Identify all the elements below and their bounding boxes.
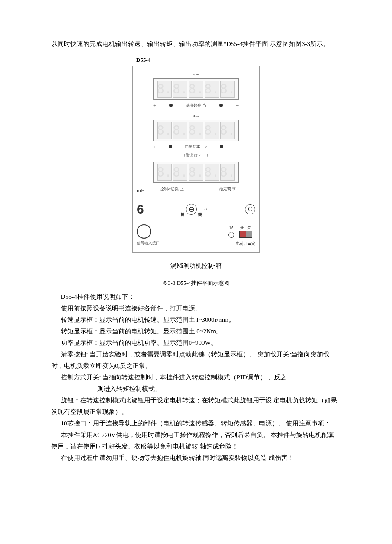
line-8: 旋钮：在转速控制模式此旋钮用于设定电机转速；在转矩模式此旋钮用于设 定电机负载转… <box>51 395 341 418</box>
line-3: 转速显示框：显示当前的电机转速。显示范围土 l~3000r/min。 <box>51 314 341 326</box>
seg-digit <box>157 164 172 181</box>
panel-caption: 涡Mi测功机控制•箱 <box>51 260 341 271</box>
seg-digit <box>220 81 235 98</box>
line-1: D55-4挂件使用说明如下： <box>51 291 341 303</box>
torque-pm-row: + 由出功本..._> − <box>153 143 239 151</box>
line-7b: 则进入转矩控制模式。 <box>51 383 341 395</box>
line-7: 控制方式开关: 当指向转速控制时，本挂件进入转速控制模式（PID调节）， 反之 <box>51 372 341 383</box>
seg-digit <box>205 122 219 139</box>
controls-row-1: mF 控制&切换 上 给定调 节 <box>137 185 255 195</box>
plus-label: + <box>153 101 156 110</box>
minus-label: − <box>236 143 239 151</box>
seg-digit <box>220 122 235 139</box>
power-switch[interactable] <box>239 231 252 238</box>
speed-display-block: t₀ ᵣₘ + 基准数神 当 − <box>137 71 255 110</box>
torque-display-block: t₁ ᵢₐ + 由出功本..._> − （附出功卡.....） <box>137 112 255 159</box>
power-sub-label: （附出功卡.....） <box>137 152 255 159</box>
signal-port-label: 信号输入接口 <box>137 240 160 246</box>
seg-digit <box>205 164 219 181</box>
speed-display <box>153 78 239 100</box>
line-2: 使用前按照设备说明书连接好各部件，打开电源。 <box>51 303 341 314</box>
seg-digit <box>157 81 172 98</box>
line-11: 在使用过程中请勿用手、硬物等去抱住电机旋转轴,同时远离实验物以免造 成伤害！ <box>51 452 341 464</box>
switch-on-label: 开 <box>240 226 244 230</box>
switch-caption: 电荷开▬定 <box>236 240 255 247</box>
intro-text: 以同时快速的完成电机输出转速、输出转矩、输出功率的测量°D55-4挂件平面 示意… <box>51 38 341 50</box>
plus-label: + <box>153 143 156 151</box>
seg-digit <box>173 164 187 181</box>
big-six: 6 <box>137 198 144 221</box>
minus-terminal[interactable] <box>220 145 223 148</box>
line-6: 清零按钮: 当开始实验时，或者需要调零时点动此键（转矩显示框）。 突加载开关:当… <box>51 349 341 372</box>
current-label: 1A <box>228 224 234 231</box>
minus-label: − <box>236 101 239 110</box>
zero-button[interactable] <box>137 224 151 239</box>
plus-terminal[interactable] <box>169 145 172 148</box>
line-5: 功率显示框：显示当前的电机功率。显示范围0~900W。 <box>51 337 341 349</box>
seg-digit <box>189 164 203 181</box>
double-arrow-icon: ↔ <box>203 205 208 214</box>
line-4: 转矩显示框：显示当前的电机转矩。显示范围土 0~2Nm。 <box>51 326 341 337</box>
body-text: D55-4挂件使用说明如下： 使用前按照设备说明书连接好各部件，打开电源。 转速… <box>51 291 341 464</box>
seg-digit <box>220 164 235 181</box>
minus-terminal[interactable] <box>219 104 223 107</box>
mode-switch[interactable] <box>186 204 197 215</box>
power-display <box>153 162 239 183</box>
line-9: 10芯接口：用于连接导轨上的部件（电机的转速传感器、转矩传感器、电源）。 使用注… <box>51 418 341 429</box>
signal-port-group: 信号输入接口 <box>137 224 160 246</box>
power-display-block <box>137 162 255 183</box>
speed-pm-row: + 基准数神 当 − <box>153 101 239 110</box>
line-10: 本挂件采用AC220V供电，使用时请按电工操作规程操作，否则后果自负。 本挂件与… <box>51 429 341 452</box>
fuse-icon <box>228 232 234 238</box>
figure-number: 图3-3 D55-4挂件平面示意图 <box>51 278 341 288</box>
seg-digit <box>189 81 203 98</box>
controls-row-2: 6 转速控制 转矩控制 ↔ <box>137 198 255 221</box>
panel-model: D55-4 <box>136 55 341 65</box>
plus-terminal[interactable] <box>169 104 173 107</box>
speed-pm-text: 基准数神 当 <box>186 102 206 109</box>
seg-digit <box>205 81 219 98</box>
figure-wrap: D55-4 t₀ ᵣₘ + 基准数神 当 − t₁ <box>51 55 341 288</box>
mf-label: mF <box>137 185 144 195</box>
ctrl-switch-label: 控制&切换 上 <box>144 185 199 192</box>
seg-digit <box>157 122 172 139</box>
controls-row-3: 信号输入接口 1A 开 关 电荷开▬定 <box>137 224 255 247</box>
power-switch-group: 1A 开 关 电荷开▬定 <box>228 224 255 247</box>
torque-pm-text: 由出功本..._> <box>185 143 207 150</box>
device-panel: t₀ ᵣₘ + 基准数神 当 − t₁ ᵢₐ <box>132 66 260 252</box>
seg-digit <box>189 122 203 139</box>
adjust-label: 给定调 节 <box>200 185 255 192</box>
seg-digit <box>173 81 187 98</box>
torque-unit: t₁ ᵢₐ <box>137 112 255 119</box>
adjust-knob[interactable] <box>245 204 255 214</box>
speed-unit: t₀ ᵣₘ <box>137 71 255 78</box>
seg-digit <box>173 122 187 139</box>
switch-off-label: 关 <box>247 226 251 230</box>
mode-switch-group: 转速控制 转矩控制 ↔ <box>181 204 208 215</box>
torque-display <box>153 120 239 141</box>
